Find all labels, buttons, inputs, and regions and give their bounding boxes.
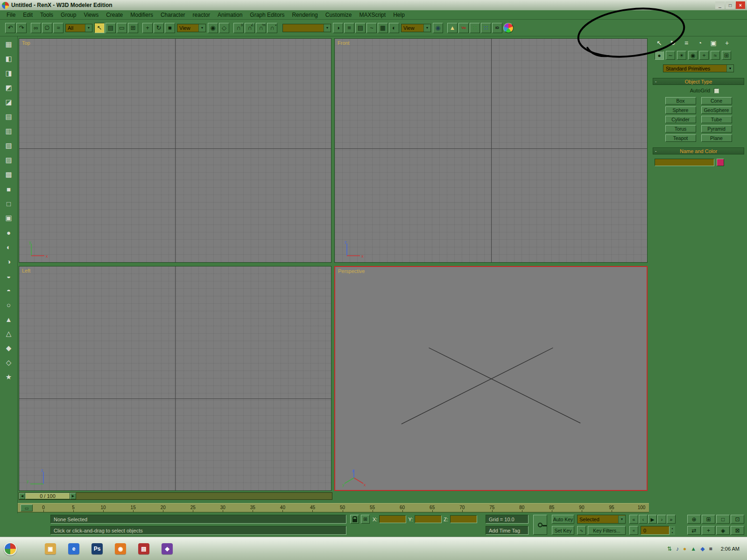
- window-crossing-icon[interactable]: ⊞: [128, 23, 138, 33]
- pyramid-button[interactable]: Pyramid: [701, 125, 732, 133]
- folder-icon[interactable]: ▣: [45, 543, 56, 554]
- chevron-down-icon[interactable]: ▼: [726, 65, 733, 72]
- use-pivot-center-icon[interactable]: ◉: [208, 23, 218, 33]
- create-tab[interactable]: ↖: [655, 39, 664, 47]
- percent-snap-icon[interactable]: ∩%: [256, 23, 266, 33]
- left-tool-icon-16[interactable]: ◑: [3, 255, 15, 267]
- time-slider-handle[interactable]: 0 / 100: [25, 493, 70, 499]
- photoshop-icon[interactable]: Ps: [92, 543, 103, 554]
- left-tool-icon-9[interactable]: ▨: [3, 154, 15, 166]
- mirror-icon[interactable]: ◑: [333, 23, 343, 33]
- previous-key-button[interactable]: «: [629, 526, 638, 535]
- left-tool-icon-6[interactable]: ▤: [3, 111, 15, 123]
- material-navigator-icon[interactable]: ∷: [481, 23, 491, 33]
- select-and-move-icon[interactable]: +: [142, 23, 153, 33]
- torus-button[interactable]: Torus: [665, 125, 696, 133]
- modify-tab[interactable]: ↻: [668, 39, 677, 47]
- render-type-dropdown[interactable]: View▼: [401, 24, 431, 32]
- update-tray-icon[interactable]: ●: [683, 546, 686, 552]
- pan-icon[interactable]: ⇄: [687, 526, 701, 535]
- left-tool-icon-2[interactable]: ◧: [3, 53, 15, 65]
- left-tool-icon-5[interactable]: ◪: [3, 96, 15, 108]
- zoom-all-icon[interactable]: ⊞: [702, 515, 715, 524]
- book-icon[interactable]: ▤: [138, 543, 149, 554]
- viewport-front[interactable]: Front z x: [334, 38, 648, 263]
- select-and-link-icon[interactable]: ∞: [31, 23, 41, 33]
- menu-character[interactable]: Character: [157, 11, 189, 19]
- menu-modifiers[interactable]: Modifiers: [127, 11, 157, 19]
- redo-icon[interactable]: ↷: [16, 23, 27, 33]
- messenger-tray-icon[interactable]: ◆: [700, 546, 705, 552]
- left-tool-icon-13[interactable]: ▣: [3, 212, 15, 224]
- explorer-icon[interactable]: e: [68, 543, 79, 554]
- cylinder-button[interactable]: Cylinder: [665, 116, 696, 123]
- hierarchy-tab[interactable]: ≡: [682, 39, 691, 47]
- left-tool-icon-1[interactable]: ▦: [3, 38, 15, 50]
- chevron-down-icon[interactable]: ▼: [423, 24, 430, 32]
- time-slider-prev-icon[interactable]: ◀: [19, 493, 25, 499]
- autogrid-checkbox[interactable]: [714, 88, 719, 93]
- left-tool-icon-7[interactable]: ▥: [3, 125, 15, 137]
- menu-rendering[interactable]: Rendering: [288, 11, 321, 19]
- selection-set-dropdown[interactable]: Selected ▼: [577, 515, 626, 524]
- material-editor-icon[interactable]: ◐: [389, 23, 399, 33]
- angle-snap-icon[interactable]: ∩∠: [245, 23, 255, 33]
- align-icon[interactable]: ≡: [344, 23, 354, 33]
- viewport-left[interactable]: Left z y: [19, 266, 331, 491]
- display-tab[interactable]: ▣: [709, 39, 718, 47]
- media-icon[interactable]: ◆: [162, 543, 173, 554]
- maximize-button[interactable]: □: [726, 1, 735, 9]
- add-time-tag-field[interactable]: Add Time Tag: [486, 526, 529, 535]
- select-and-rotate-icon[interactable]: ↻: [154, 23, 164, 33]
- left-tool-icon-24[interactable]: ★: [3, 371, 15, 383]
- tube-button[interactable]: Tube: [701, 116, 732, 123]
- track-bar-mode-icon[interactable]: ▭: [21, 504, 33, 511]
- systems-category[interactable]: ⊞: [722, 51, 731, 60]
- go-to-start-button[interactable]: «: [629, 515, 638, 524]
- menu-maxscript[interactable]: MAXScript: [355, 11, 389, 19]
- schematic-view-icon[interactable]: ▦: [378, 23, 388, 33]
- utilities-tab[interactable]: +: [722, 39, 732, 47]
- left-tool-icon-12[interactable]: □: [3, 197, 15, 210]
- left-tool-icon-17[interactable]: ◒: [3, 270, 15, 282]
- menu-create[interactable]: Create: [102, 11, 127, 19]
- menu-reactor[interactable]: reactor: [189, 11, 214, 19]
- left-tool-icon-19[interactable]: ○: [3, 299, 15, 311]
- menu-customize[interactable]: Customize: [322, 11, 356, 19]
- next-frame-button[interactable]: ›: [657, 515, 666, 524]
- left-tool-icon-4[interactable]: ◩: [3, 82, 15, 94]
- set-keys-button[interactable]: [533, 515, 547, 535]
- menu-edit[interactable]: Edit: [19, 11, 36, 19]
- z-coordinate-field[interactable]: [450, 515, 477, 523]
- previous-frame-button[interactable]: ‹: [639, 515, 648, 524]
- battery-tray-icon[interactable]: ■: [709, 546, 712, 552]
- teapot-button[interactable]: Teapot: [665, 134, 696, 142]
- lights-category[interactable]: ☀: [677, 51, 686, 60]
- left-tool-icon-18[interactable]: ◓: [3, 284, 15, 296]
- key-filters-icon[interactable]: ∿: [577, 526, 586, 535]
- w3d-vertex-paint-icon[interactable]: Vo: [458, 23, 469, 33]
- rollout-object-type[interactable]: - Object Type: [653, 78, 744, 85]
- set-key-button[interactable]: Set Key: [552, 526, 574, 535]
- selection-filter-dropdown[interactable]: All▼: [65, 24, 92, 32]
- curve-editor-icon[interactable]: ~: [366, 23, 377, 33]
- frame-spinner[interactable]: ▲▼: [669, 526, 675, 535]
- select-and-manipulate-icon[interactable]: ◇: [219, 23, 229, 33]
- x-coordinate-field[interactable]: [379, 515, 406, 523]
- start-button[interactable]: [4, 542, 17, 555]
- select-and-scale-icon[interactable]: ■: [165, 23, 175, 33]
- time-slider-next-icon[interactable]: ▶: [70, 493, 76, 499]
- zoom-icon[interactable]: ⊕: [687, 515, 701, 524]
- snap-toggle-3d-icon[interactable]: ∩3: [233, 23, 244, 33]
- minimize-button[interactable]: _: [715, 1, 725, 9]
- object-name-field[interactable]: [655, 159, 714, 166]
- zoom-extents-icon[interactable]: □: [716, 515, 730, 524]
- chevron-down-icon[interactable]: ▼: [85, 24, 92, 32]
- arc-rotate-icon[interactable]: +: [702, 526, 715, 535]
- left-tool-icon-22[interactable]: ◆: [3, 342, 15, 354]
- w3d-links-icon[interactable]: ∷: [470, 23, 480, 33]
- layer-manager-icon[interactable]: ▤: [355, 23, 366, 33]
- object-color-swatch[interactable]: [717, 159, 724, 166]
- menu-tools[interactable]: Tools: [36, 11, 57, 19]
- w3d-id-tools-icon[interactable]: ID: [492, 23, 502, 33]
